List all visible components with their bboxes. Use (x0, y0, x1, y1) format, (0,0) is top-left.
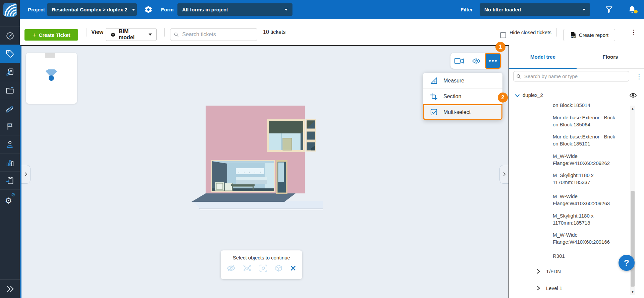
notifications-button[interactable] (628, 0, 637, 19)
menu-item-measure[interactable]: Measure (423, 73, 502, 88)
visibility-button[interactable] (468, 53, 485, 69)
minimap-card[interactable] (26, 53, 77, 104)
filter-funnel-button[interactable] (605, 0, 613, 19)
clipboard-arrow-icon (5, 176, 14, 185)
hide-closed-checkbox[interactable] (500, 32, 506, 38)
model-tree-panel: Model tree Floors ⋮ duplex_2 on Block:18… (509, 45, 644, 298)
view-label: View (91, 19, 103, 45)
viewer-more-tools-button[interactable] (485, 53, 501, 69)
form-dropdown[interactable]: All forms in project (177, 3, 292, 16)
form-dropdown-value: All forms in project (182, 7, 280, 12)
tab-floors[interactable]: Floors (577, 45, 644, 68)
toolbar-more-menu[interactable]: ⋮ (630, 19, 637, 45)
tree-item[interactable]: R301 (553, 252, 625, 259)
tree-item[interactable]: M_Skylight:1180 x1170mm:185337 (553, 172, 625, 186)
scroll-down-arrow[interactable]: ▼ (630, 290, 635, 294)
gears-icon: ⚙ ⚙ (5, 194, 15, 203)
ticket-search (170, 28, 257, 41)
view-mode-value: BIM model (119, 28, 142, 41)
gauge-icon (6, 32, 14, 40)
ruler-pencil-icon (5, 104, 15, 113)
tree-item[interactable]: M_Skylight:1180 x1170mm:185718 (553, 212, 625, 226)
sidebar-item-settings[interactable]: ⚙ ⚙ (0, 189, 20, 207)
camera-views-button[interactable] (450, 53, 468, 69)
sidebar-expand-button[interactable] (0, 279, 20, 298)
dot (492, 60, 494, 62)
app-logo[interactable] (3, 3, 17, 17)
right-panel-toggle[interactable] (499, 165, 508, 184)
filter-label: Filter (461, 0, 473, 19)
zoom-to-selection-button[interactable] (259, 264, 267, 272)
filter-dropdown-value: No filter loaded (484, 7, 578, 12)
tickets-toolbar: + Create Ticket View BIM model 10 ticket… (20, 19, 644, 45)
hide-objects-button[interactable] (227, 264, 235, 272)
menu-item-label: Section (443, 94, 461, 100)
sidebar-item-contacts[interactable] (0, 135, 20, 153)
tree-item[interactable]: Mur de base:Exterior - Brickon Block:185… (553, 114, 625, 128)
flag-icon (6, 122, 14, 131)
menu-item-label: Measure (443, 78, 464, 84)
model-platform (192, 201, 323, 208)
chevron-down-icon (582, 9, 586, 11)
tag-icon (5, 49, 14, 58)
model-ground (192, 193, 296, 202)
close-panel-button[interactable] (290, 265, 296, 271)
tree-level-level1[interactable]: Level 1 (537, 285, 562, 291)
sidebar-item-tickets[interactable] (0, 45, 20, 63)
tree-item[interactable]: Mur de base:Exterior - Brickon Block:185… (553, 133, 625, 147)
chevron-right-icon (23, 171, 29, 177)
tree-item[interactable]: M_W-WideFlange:W410X60:209263 (553, 193, 625, 207)
sidebar-item-statistics[interactable] (0, 153, 20, 171)
create-report-button[interactable]: PDF Create report (564, 29, 615, 41)
scrollbar-thumb[interactable] (631, 191, 635, 287)
project-dropdown[interactable]: Residential Complex > duplex 2 (47, 3, 137, 16)
left-panel-toggle[interactable] (21, 165, 31, 184)
divider (87, 28, 87, 37)
pdf-file-icon: PDF (570, 32, 576, 39)
multi-select-checkbox-icon (430, 108, 438, 116)
eye-icon (472, 57, 481, 65)
scroll-up-arrow[interactable]: ▲ (630, 107, 635, 110)
sidebar-item-tools[interactable] (0, 99, 20, 117)
sidebar-item-transfer[interactable] (0, 171, 20, 189)
model-tree-search-input[interactable] (524, 73, 626, 79)
chevron-right-icon (501, 171, 507, 177)
tree-item[interactable]: M_W-WideFlange:W410X60:209166 (553, 231, 625, 245)
hide-closed-label: Hide closed tickets (509, 19, 551, 45)
show-3d-button[interactable] (275, 264, 283, 272)
camera-position-icon (44, 69, 59, 82)
create-report-label: Create report (579, 32, 608, 38)
model-3d-view[interactable] (188, 101, 329, 215)
menu-item-multi-select[interactable]: Multi-select (423, 104, 502, 120)
svg-text:PDF: PDF (571, 36, 575, 38)
bim-viewer-canvas[interactable]: 1 Measure Section Multi-select 2 (20, 45, 509, 298)
chevron-down-icon[interactable] (515, 94, 520, 98)
project-label: Project (28, 0, 45, 19)
panel-tabs: Model tree Floors (509, 45, 644, 69)
tree-level-tfdn[interactable]: T/FDN (537, 269, 561, 274)
menu-item-section[interactable]: Section (423, 88, 502, 104)
sidebar-item-milestones[interactable] (0, 117, 20, 135)
model-tree-options-menu[interactable]: ⋮ (636, 73, 642, 80)
tree-item[interactable]: M_W-WideFlange:W410X60:209262 (553, 153, 625, 167)
tree-root-row[interactable]: duplex_2 (509, 91, 644, 101)
minimap-building-footprint (45, 53, 55, 58)
tab-model-tree[interactable]: Model tree (509, 45, 577, 68)
tree-item[interactable]: on Block:185014 (553, 102, 625, 109)
sidebar-item-dashboard[interactable] (0, 26, 20, 45)
camera-icon (454, 57, 464, 65)
select-objects-panel: Select objects to continue (221, 250, 302, 279)
project-settings-button[interactable] (144, 0, 153, 19)
help-button[interactable]: ? (619, 255, 635, 271)
visibility-eye-icon[interactable] (629, 92, 637, 99)
isolate-objects-button[interactable] (243, 264, 252, 272)
sidebar-item-notes[interactable] (0, 63, 20, 81)
filter-dropdown[interactable]: No filter loaded (480, 3, 590, 16)
person-icon (5, 140, 14, 149)
chevron-down-icon (149, 34, 152, 36)
sidebar-item-documents[interactable] (0, 81, 20, 99)
create-ticket-button[interactable]: + Create Ticket (24, 29, 78, 41)
view-mode-dropdown[interactable]: BIM model (106, 28, 157, 41)
search-tickets-input[interactable] (181, 31, 254, 38)
app-sidebar: ⚙ ⚙ (0, 0, 20, 298)
